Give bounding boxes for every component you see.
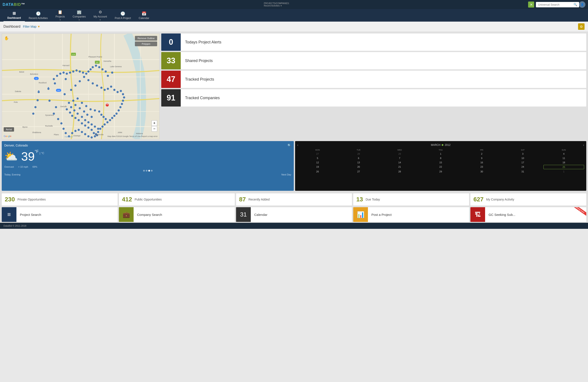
weather-dot-2[interactable]	[146, 170, 147, 172]
cal-day[interactable]: 21	[379, 165, 420, 169]
cal-day[interactable]: 6	[338, 156, 379, 160]
nav-item-calendar[interactable]: 📅 Calendar	[135, 9, 153, 21]
cal-day[interactable]: 17	[503, 161, 543, 164]
cal-day[interactable]: 8	[420, 156, 461, 160]
cal-day[interactable]: 5	[297, 156, 338, 160]
svg-point-120	[87, 135, 89, 137]
close-button[interactable]: ✕	[528, 1, 534, 8]
cal-day[interactable]: 22	[420, 165, 461, 169]
cal-day[interactable]: 26	[297, 170, 338, 174]
bottom-stat-public-opps[interactable]: 412 Public Opportunities	[119, 193, 235, 205]
map-move-icon[interactable]: ✋	[4, 36, 9, 40]
cal-day[interactable]: 24	[503, 165, 543, 169]
nav-item-my-account[interactable]: ⚙ My Account ▾	[90, 8, 111, 23]
cal-day[interactable]: 31	[503, 170, 543, 174]
recent-activities-icon: 🕐	[36, 11, 41, 16]
weather-main: ⛅ 39 °F | °C	[4, 149, 291, 163]
settings-gear-button[interactable]: ⚙	[578, 23, 585, 30]
my-account-icon: ⚙	[99, 10, 102, 15]
map-zoom-in-button[interactable]: +	[151, 120, 157, 126]
svg-text:Kenosha: Kenosha	[104, 60, 111, 62]
cal-day[interactable]: 1	[544, 170, 584, 174]
cal-day[interactable]: 20	[338, 165, 379, 169]
search-icon-btn[interactable]: 🔍	[573, 3, 577, 6]
cal-day[interactable]: 19	[297, 165, 338, 169]
cal-day[interactable]: 28	[338, 152, 379, 156]
cal-day[interactable]: 25	[544, 165, 584, 169]
avatar[interactable]: 👤	[579, 1, 586, 8]
polygon-button[interactable]: Polygon	[135, 41, 157, 46]
cal-day[interactable]: 7	[379, 156, 420, 160]
calendar-next-button[interactable]: ›	[583, 143, 584, 147]
cal-day[interactable]: 14	[379, 161, 420, 164]
svg-point-34	[122, 93, 124, 95]
universal-search-input[interactable]	[536, 2, 579, 7]
svg-point-106	[37, 99, 39, 101]
cal-day[interactable]: 29	[379, 152, 420, 156]
svg-point-99	[72, 70, 74, 73]
bottom-stat-due-today[interactable]: 13 Due Today	[353, 193, 469, 205]
remove-outline-button[interactable]: Remove Outline	[135, 36, 157, 40]
bottom-stat-private-opps[interactable]: 230 Private Opportunities	[2, 193, 118, 205]
svg-point-37	[121, 103, 123, 105]
cal-day[interactable]: 3	[503, 152, 543, 156]
nav-item-post-a-project[interactable]: 🕐 Post A Project	[111, 9, 135, 21]
stat-card-tracked-projects[interactable]: 47 Tracked Projects	[161, 71, 586, 88]
weather-search-icon[interactable]: 🔍	[288, 144, 291, 147]
cal-day[interactable]: 12	[297, 161, 338, 164]
cal-day[interactable]: 1	[420, 152, 461, 156]
svg-point-39	[118, 109, 120, 112]
calendar-prev-button[interactable]: ‹	[297, 143, 298, 147]
cal-day[interactable]: 30	[461, 170, 502, 174]
stat-card-today-alerts[interactable]: 0 Todays Project Alerts	[161, 34, 586, 51]
filter-map-button[interactable]: Filter Map ▼	[23, 25, 40, 28]
svg-point-24	[87, 79, 89, 81]
cal-day[interactable]: 11	[544, 156, 584, 160]
bottom-stat-company-activity[interactable]: 627 My Company Activity	[470, 193, 586, 205]
svg-point-32	[117, 91, 119, 93]
svg-point-82	[87, 127, 89, 129]
qa-card-gc-seeking[interactable]: 🏗 GC Seeking Sub... coming soon	[470, 207, 586, 222]
nav-item-recent-activities[interactable]: 🕐 Recent Activities	[25, 9, 52, 21]
nav-item-dashboard[interactable]: ⊞ Dashboard	[3, 9, 25, 22]
map-background: Rockford Belvidere Harvard Kenosha Pleas…	[2, 34, 159, 139]
qa-card-project-search[interactable]: ≡ Project Search	[2, 207, 118, 222]
svg-point-55	[98, 110, 100, 113]
cal-day[interactable]: 27	[297, 152, 338, 156]
cal-day[interactable]: 2	[461, 152, 502, 156]
cal-day[interactable]: 13	[338, 161, 379, 164]
cal-day[interactable]: 18	[544, 161, 584, 164]
cal-day[interactable]: 15	[420, 161, 461, 164]
svg-point-72	[91, 123, 93, 125]
cal-day[interactable]: 4	[544, 152, 584, 156]
cal-day[interactable]: 27	[338, 170, 379, 174]
qa-card-post-project[interactable]: 📊 Post a Project	[353, 207, 469, 222]
nav-item-companies[interactable]: 🏢 Companies ▾	[69, 8, 90, 23]
stat-card-shared-projects[interactable]: 33 Shared Projects	[161, 52, 586, 69]
stat-card-tracked-companies[interactable]: 91 Tracked Companies	[161, 89, 586, 106]
svg-point-95	[85, 73, 87, 75]
aerial-button[interactable]: Aerial	[4, 127, 14, 132]
stat-label-today-alerts: Todays Project Alerts	[181, 40, 226, 44]
bottom-stat-num-public-opps: 412	[122, 196, 132, 203]
map-zoom-out-button[interactable]: −	[151, 126, 157, 132]
qa-card-company-search[interactable]: 💼 Company Search	[119, 207, 235, 222]
weather-dot-4[interactable]	[151, 170, 153, 172]
bottom-stat-recently-added[interactable]: 87 Recently Added	[236, 193, 352, 205]
svg-point-73	[94, 125, 96, 128]
cal-day[interactable]: 28	[379, 170, 420, 174]
cal-day[interactable]: 16	[461, 161, 502, 164]
svg-text:Byron: Byron	[22, 126, 28, 128]
cal-day[interactable]: 23	[461, 165, 502, 169]
bottom-stat-label-public-opps: Public Opportunities	[135, 198, 162, 201]
cal-day[interactable]: 10	[503, 156, 543, 160]
weather-dot-3[interactable]	[148, 170, 150, 172]
weather-dot-1[interactable]	[143, 170, 145, 172]
qa-card-calendar-qa[interactable]: 31 Calendar	[236, 207, 352, 222]
bottom-stat-label-recently-added: Recently Added	[248, 198, 270, 201]
svg-point-92	[92, 66, 94, 68]
cal-day[interactable]: 9	[461, 156, 502, 160]
nav-item-projects[interactable]: 📋 Projects ▾	[52, 8, 69, 23]
svg-point-71	[87, 121, 89, 123]
cal-day[interactable]: 29	[420, 170, 461, 174]
